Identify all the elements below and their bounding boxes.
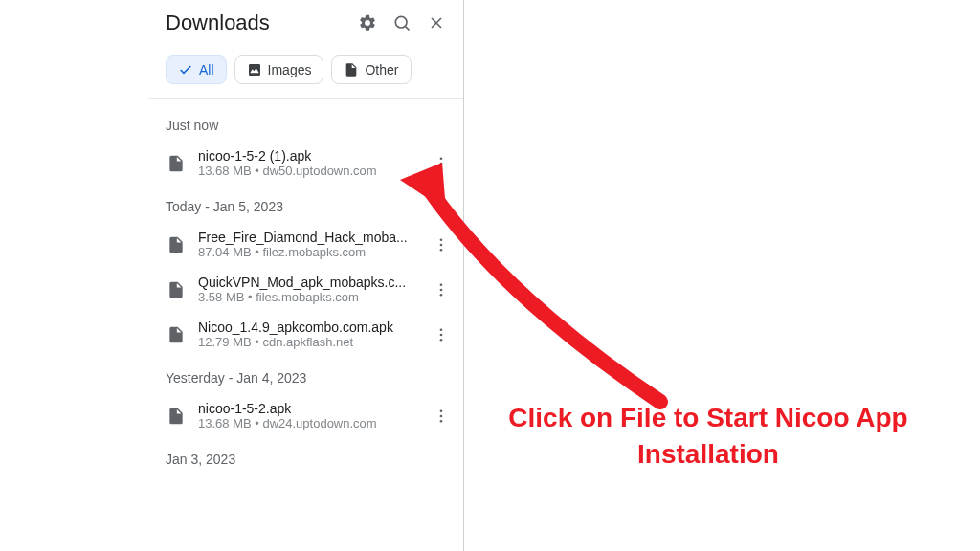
svg-point-13 (440, 328, 443, 331)
more-options-icon[interactable] (429, 404, 454, 429)
svg-point-15 (440, 338, 443, 341)
svg-point-0 (395, 16, 407, 28)
download-item[interactable]: nicoo-1-5-2.apk 13.68 MB • dw24.uptodown… (148, 393, 463, 438)
gear-icon[interactable] (354, 10, 381, 36)
svg-point-6 (440, 166, 443, 169)
more-options-icon[interactable] (429, 232, 454, 257)
item-title: nicoo-1-5-2.apk (198, 401, 417, 416)
file-icon (166, 324, 187, 345)
item-subtitle: 13.68 MB • dw24.uptodown.com (198, 416, 417, 430)
image-icon (247, 62, 262, 77)
file-icon (166, 234, 187, 255)
chip-label: Other (365, 62, 398, 77)
section-label: Jan 3, 2023 (148, 438, 463, 474)
chip-all[interactable]: All (166, 55, 227, 84)
item-body: Free_Fire_Diamond_Hack_moba... 87.04 MB … (198, 230, 417, 259)
svg-point-16 (440, 409, 443, 412)
search-icon[interactable] (389, 10, 415, 36)
item-title: Nicoo_1.4.9_apkcombo.com.apk (198, 320, 417, 335)
svg-point-8 (440, 243, 443, 246)
file-icon (166, 153, 187, 174)
section-label: Today - Jan 5, 2023 (148, 186, 463, 222)
item-body: Nicoo_1.4.9_apkcombo.com.apk 12.79 MB • … (198, 320, 417, 349)
item-title: nicoo-1-5-2 (1).apk (198, 148, 417, 164)
annotation-text: Click on File to Start Nicoo App Install… (479, 400, 938, 473)
downloads-list: Just now nicoo-1-5-2 (1).apk 13.68 MB • … (148, 99, 463, 474)
page-title: Downloads (166, 11, 346, 35)
more-options-icon[interactable] (429, 277, 454, 302)
download-item[interactable]: Nicoo_1.4.9_apkcombo.com.apk 12.79 MB • … (148, 312, 463, 357)
svg-point-7 (440, 238, 443, 241)
item-body: nicoo-1-5-2 (1).apk 13.68 MB • dw50.upto… (198, 148, 417, 178)
item-subtitle: 12.79 MB • cdn.apkflash.net (198, 335, 417, 349)
chip-images[interactable]: Images (234, 55, 324, 84)
svg-point-11 (440, 288, 443, 291)
svg-point-10 (440, 283, 443, 286)
downloads-panel: Downloads All Images Other Just now (148, 0, 464, 551)
svg-line-1 (406, 27, 410, 31)
item-subtitle: 87.04 MB • filez.mobapks.com (198, 245, 417, 259)
svg-point-12 (440, 293, 443, 296)
item-body: nicoo-1-5-2.apk 13.68 MB • dw24.uptodown… (198, 401, 417, 430)
svg-point-18 (440, 419, 443, 422)
item-body: QuickVPN_Mod_apk_mobapks.c... 3.58 MB • … (198, 275, 417, 304)
file-icon (344, 62, 359, 77)
svg-point-4 (440, 157, 443, 160)
section-label: Just now (148, 104, 463, 141)
chip-label: Images (268, 62, 312, 77)
file-icon (166, 279, 187, 300)
chip-label: All (199, 62, 214, 77)
download-item[interactable]: QuickVPN_Mod_apk_mobapks.c... 3.58 MB • … (148, 267, 463, 312)
file-icon (166, 406, 187, 427)
section-label: Yesterday - Jan 4, 2023 (148, 357, 463, 393)
item-title: QuickVPN_Mod_apk_mobapks.c... (198, 275, 417, 290)
svg-point-17 (440, 414, 443, 417)
download-item-nicoo[interactable]: nicoo-1-5-2 (1).apk 13.68 MB • dw50.upto… (148, 141, 463, 186)
svg-point-5 (440, 162, 443, 165)
item-subtitle: 13.68 MB • dw50.uptodown.com (198, 164, 417, 178)
panel-header: Downloads (148, 0, 463, 46)
download-item[interactable]: Free_Fire_Diamond_Hack_moba... 87.04 MB … (148, 222, 463, 267)
svg-point-9 (440, 248, 443, 251)
svg-point-14 (440, 333, 443, 336)
item-title: Free_Fire_Diamond_Hack_moba... (198, 230, 417, 245)
filter-chips: All Images Other (148, 46, 463, 99)
close-icon[interactable] (423, 10, 450, 36)
chip-other[interactable]: Other (331, 55, 411, 84)
check-icon (178, 62, 193, 77)
more-options-icon[interactable] (429, 322, 454, 347)
item-subtitle: 3.58 MB • files.mobapks.com (198, 290, 417, 304)
more-options-icon[interactable] (429, 151, 454, 176)
